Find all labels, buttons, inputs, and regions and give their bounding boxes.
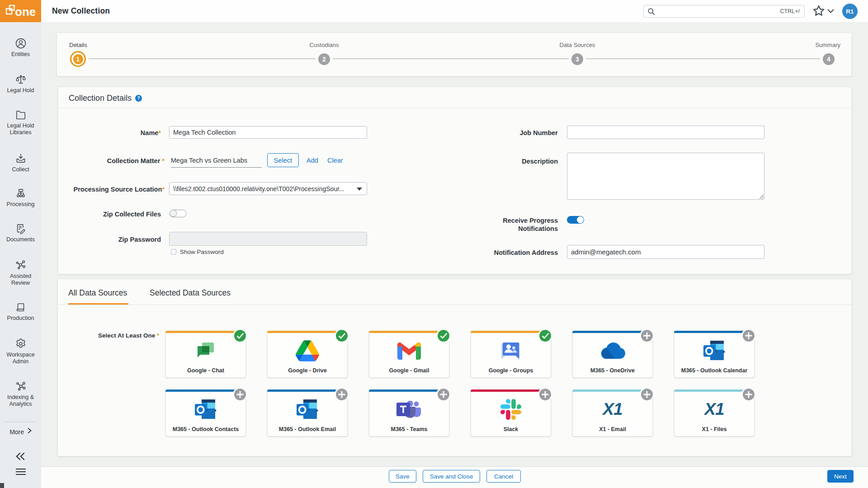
svg-text:one: one	[15, 5, 36, 18]
